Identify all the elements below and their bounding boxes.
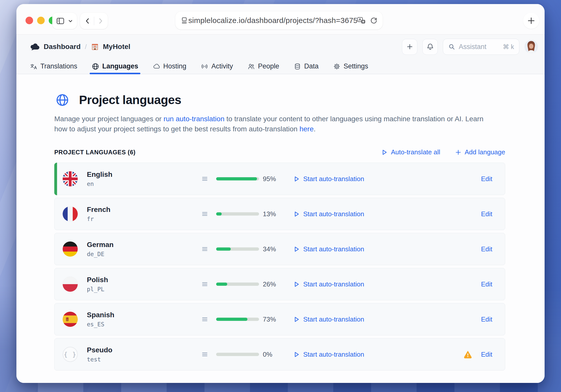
- progress-bar: [216, 212, 259, 216]
- start-auto-translation-label: Start auto-translation: [303, 175, 364, 183]
- close-window-button[interactable]: [26, 17, 33, 24]
- drag-handle-icon[interactable]: [201, 316, 208, 323]
- tab-languages[interactable]: Languages: [92, 59, 138, 74]
- cloud-icon: [153, 63, 160, 70]
- play-icon: [293, 316, 300, 323]
- progress-bar: [216, 283, 259, 286]
- start-auto-translation-link[interactable]: Start auto-translation: [293, 245, 364, 253]
- add-language-button[interactable]: Add language: [455, 148, 505, 156]
- url-bar[interactable]: simplelocalize.io/dashboard/projects/?ha…: [175, 11, 383, 30]
- language-name: French: [87, 206, 110, 214]
- here-link[interactable]: here: [299, 125, 314, 133]
- progress-bar: [216, 318, 259, 321]
- new-tab-button[interactable]: [523, 13, 539, 29]
- start-auto-translation-label: Start auto-translation: [303, 245, 364, 253]
- start-auto-translation-link[interactable]: Start auto-translation: [293, 210, 364, 218]
- progress-bar: [216, 177, 259, 181]
- minimize-window-button[interactable]: [37, 17, 45, 24]
- browser-toolbar: simplelocalize.io/dashboard/projects/?ha…: [16, 4, 545, 35]
- assistant-search[interactable]: ⌘ k: [443, 39, 519, 55]
- play-icon: [293, 281, 300, 287]
- breadcrumb-separator: /: [85, 43, 87, 51]
- tab-label: Activity: [211, 62, 233, 70]
- search-input[interactable]: [459, 43, 499, 51]
- run-auto-translation-link[interactable]: run auto-translation: [164, 115, 224, 123]
- drag-handle-icon[interactable]: [201, 281, 208, 287]
- sidebar-toggle-button[interactable]: [52, 13, 77, 29]
- section-label: PROJECT LANGUAGES (6): [54, 149, 381, 156]
- nav-divider: [94, 17, 94, 25]
- sidebar-icon: [56, 17, 65, 25]
- traffic-lights: [26, 17, 56, 24]
- notifications-button[interactable]: [422, 39, 438, 55]
- start-auto-translation-link[interactable]: Start auto-translation: [293, 351, 364, 358]
- start-auto-translation-label: Start auto-translation: [303, 315, 364, 323]
- tab-data[interactable]: Data: [294, 59, 319, 74]
- edit-link[interactable]: Edit: [481, 315, 492, 323]
- progress-percent: 0%: [263, 351, 272, 358]
- start-auto-translation-label: Start auto-translation: [303, 280, 364, 288]
- gear-icon: [333, 63, 341, 70]
- tab-activity[interactable]: Activity: [201, 59, 233, 74]
- start-auto-translation-link[interactable]: Start auto-translation: [293, 280, 364, 288]
- tab-hosting[interactable]: Hosting: [153, 59, 187, 74]
- flag-germany-icon: [63, 241, 78, 257]
- globe-icon: [92, 63, 99, 70]
- start-auto-translation-link[interactable]: Start auto-translation: [293, 315, 364, 323]
- drag-handle-icon[interactable]: [201, 351, 208, 358]
- edit-link[interactable]: Edit: [481, 245, 492, 253]
- start-auto-translation-link[interactable]: Start auto-translation: [293, 175, 364, 183]
- description-text: to translate your content to other langu…: [224, 115, 483, 123]
- flag-france-icon: [63, 206, 78, 222]
- search-shortcut: ⌘ k: [503, 43, 514, 51]
- edit-link[interactable]: Edit: [481, 280, 492, 288]
- language-code: pl_PL: [87, 286, 108, 292]
- flag-uk-icon: [63, 171, 78, 186]
- forward-button[interactable]: [97, 17, 104, 25]
- breadcrumb-dashboard[interactable]: Dashboard: [44, 43, 81, 51]
- tab-label: Data: [304, 62, 319, 70]
- reader-view-icon[interactable]: [180, 16, 188, 24]
- language-row-english[interactable]: English en 95% Start auto-translation Ed…: [54, 163, 505, 195]
- language-row-polish[interactable]: Polish pl_PL 26% Start auto-translation …: [54, 268, 505, 300]
- auto-translate-all-button[interactable]: Auto-translate all: [381, 148, 440, 156]
- drag-handle-icon[interactable]: [201, 176, 208, 182]
- tab-people[interactable]: People: [247, 59, 279, 74]
- history-nav: [80, 13, 108, 29]
- back-button[interactable]: [84, 17, 91, 25]
- simplelocalize-logo[interactable]: [30, 42, 40, 51]
- language-row-spanish[interactable]: Spanish es_ES 73% Start auto-translation…: [54, 303, 505, 335]
- translate-page-icon[interactable]: [357, 16, 366, 24]
- tab-label: People: [258, 62, 279, 70]
- browser-window: simplelocalize.io/dashboard/projects/?ha…: [16, 4, 545, 383]
- drag-handle-icon[interactable]: [201, 246, 208, 252]
- avatar[interactable]: [524, 40, 538, 54]
- edit-link[interactable]: Edit: [481, 210, 492, 218]
- plus-icon: [455, 149, 462, 156]
- play-icon: [381, 149, 388, 156]
- progress-percent: 73%: [263, 315, 276, 323]
- flag-spain-icon: [63, 312, 78, 327]
- tab-settings[interactable]: Settings: [333, 59, 368, 74]
- database-icon: [294, 63, 301, 70]
- language-code: de_DE: [87, 251, 114, 257]
- language-row-german[interactable]: German de_DE 34% Start auto-translation …: [54, 233, 505, 265]
- start-auto-translation-label: Start auto-translation: [303, 351, 364, 358]
- edit-link[interactable]: Edit: [481, 351, 492, 358]
- search-icon: [448, 43, 455, 50]
- language-name: Pseudo: [87, 346, 112, 354]
- globe-page-icon: [56, 93, 69, 107]
- tab-translations[interactable]: Translations: [30, 59, 77, 74]
- language-name: English: [87, 170, 112, 179]
- edit-link[interactable]: Edit: [481, 175, 492, 183]
- reload-icon[interactable]: [370, 16, 378, 24]
- play-icon: [293, 211, 300, 217]
- progress-percent: 13%: [263, 210, 276, 218]
- tab-label: Hosting: [163, 62, 187, 70]
- language-row-french[interactable]: French fr 13% Start auto-translation Edi…: [54, 198, 505, 230]
- drag-handle-icon[interactable]: [201, 211, 208, 217]
- breadcrumb-project[interactable]: MyHotel: [103, 43, 130, 51]
- language-row-pseudo[interactable]: { } Pseudo test 0% Start auto-translatio…: [54, 338, 505, 371]
- add-project-button[interactable]: [402, 39, 417, 55]
- language-code: test: [87, 356, 112, 363]
